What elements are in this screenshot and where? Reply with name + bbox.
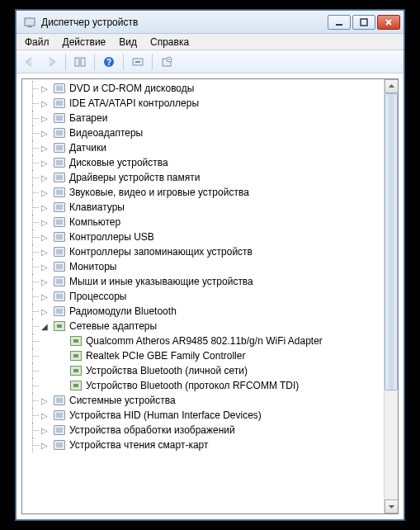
help-button[interactable]: ? <box>99 52 119 72</box>
collapse-icon[interactable]: ◢ <box>39 321 50 332</box>
tree-line <box>27 289 39 304</box>
toolbar-separator <box>123 54 124 70</box>
tree-item[interactable]: ▷Мыши и иные указывающие устройства <box>24 274 383 289</box>
menu-help[interactable]: Справка <box>144 35 196 50</box>
tree-item[interactable]: ▷Батареи <box>24 111 383 125</box>
menubar: Файл Действие Вид Справка <box>17 34 403 50</box>
expand-icon[interactable]: ▷ <box>39 113 50 124</box>
tree-item[interactable]: ▷DVD и CD-ROM дисководы <box>24 81 383 96</box>
expand-icon[interactable]: ▷ <box>39 395 50 406</box>
tree-line <box>27 81 39 96</box>
close-button[interactable] <box>377 15 400 30</box>
expand-icon[interactable]: ▷ <box>39 425 50 436</box>
expand-icon[interactable]: ▷ <box>39 262 50 272</box>
tree-line <box>27 155 39 170</box>
device-tree[interactable]: ▷DVD и CD-ROM дисководы▷IDE ATA/ATAPI ко… <box>24 81 383 512</box>
scan-hardware-button[interactable] <box>128 52 148 72</box>
nic-icon <box>69 379 83 392</box>
show-hidden-button[interactable] <box>70 52 90 72</box>
titlebar[interactable]: Диспетчер устройств <box>17 11 403 34</box>
tree-line <box>27 230 39 244</box>
svg-rect-5 <box>81 58 85 66</box>
tree-line <box>27 244 39 259</box>
tree-item[interactable]: ▷Дисковые устройства <box>24 155 383 170</box>
minimize-button[interactable] <box>328 15 351 30</box>
tree-item[interactable]: ▷Контроллеры USB <box>24 230 383 244</box>
tree-line <box>27 96 39 111</box>
window-title: Диспетчер устройств <box>41 17 328 28</box>
tree-item[interactable]: ▷Радиомодули Bluetooth <box>24 304 383 319</box>
expand-icon[interactable]: ▷ <box>39 83 50 94</box>
expand-icon[interactable]: ▷ <box>39 217 50 228</box>
expand-icon[interactable]: ▷ <box>39 128 50 139</box>
tree-child-item[interactable]: Устройство Bluetooth (протокол RFCOMM TD… <box>24 378 383 393</box>
tree-item[interactable]: ▷Системные устройства <box>24 393 383 408</box>
scroll-thumb[interactable] <box>385 93 398 390</box>
disc-icon <box>53 82 66 95</box>
computer-icon <box>53 215 66 229</box>
maximize-button[interactable] <box>352 15 375 30</box>
toolbar: ? <box>17 50 403 73</box>
tree-item[interactable]: ▷Устройства чтения смарт-карт <box>24 438 383 452</box>
expand-icon[interactable]: ▷ <box>39 98 50 109</box>
tree-line <box>27 334 55 348</box>
scroll-down-button[interactable] <box>385 499 399 513</box>
expand-icon[interactable]: ▷ <box>39 440 50 451</box>
expand-icon[interactable]: ▷ <box>39 173 50 183</box>
tree-item[interactable]: ▷IDE ATA/ATAPI контроллеры <box>24 96 383 111</box>
tree-item[interactable]: ▷Клавиатуры <box>24 200 383 215</box>
expand-icon[interactable]: ▷ <box>39 410 50 421</box>
tree-item[interactable]: ▷Компьютер <box>24 215 383 230</box>
svg-rect-4 <box>75 58 79 66</box>
expand-icon[interactable]: ▷ <box>39 143 50 154</box>
tree-child-item[interactable]: Realtek PCIe GBE Family Controller <box>24 348 383 363</box>
expand-icon[interactable]: ▷ <box>39 202 50 213</box>
menu-view[interactable]: Вид <box>112 35 144 50</box>
scroll-up-button[interactable] <box>385 79 399 93</box>
app-icon <box>23 16 36 29</box>
tree-item[interactable]: ▷Устройства HID (Human Interface Devices… <box>24 408 383 423</box>
nic-icon <box>69 364 83 377</box>
tree-item[interactable]: ▷Датчики <box>24 140 383 155</box>
ide-icon <box>53 97 66 110</box>
expand-icon[interactable]: ▷ <box>39 306 50 317</box>
expand-icon[interactable]: ▷ <box>39 277 50 287</box>
tree-item[interactable]: ▷Драйверы устройств памяти <box>24 170 383 185</box>
tree-item[interactable]: ▷Устройства обработки изображений <box>24 423 383 438</box>
tree-child-item[interactable]: Qualcomm Atheros AR9485 802.11b/g/n WiFi… <box>24 334 383 348</box>
tree-item[interactable]: ▷Процессоры <box>24 289 383 304</box>
svg-rect-0 <box>25 18 35 26</box>
tree-item-label: Системные устройства <box>69 393 176 408</box>
menu-action[interactable]: Действие <box>56 35 113 50</box>
expand-icon[interactable]: ▷ <box>39 247 50 258</box>
tree-child-item[interactable]: Устройства Bluetooth (личной сети) <box>24 363 383 378</box>
tree-leaf-spacer <box>55 381 66 391</box>
tree-item[interactable]: ◢Сетевые адаптеры <box>24 319 383 334</box>
window-controls <box>328 15 400 30</box>
toolbar-separator <box>65 54 66 70</box>
tree-item-label: Датчики <box>69 140 106 155</box>
vertical-scrollbar[interactable] <box>384 79 398 513</box>
bluetooth-icon <box>53 305 66 318</box>
menu-file[interactable]: Файл <box>18 35 56 50</box>
tree-item[interactable]: ▷Звуковые, видео и игровые устройства <box>24 185 383 200</box>
expand-icon[interactable]: ▷ <box>39 291 50 302</box>
battery-icon <box>53 111 66 125</box>
tree-item[interactable]: ▷Видеоадаптеры <box>24 125 383 140</box>
tree-item[interactable]: ▷Контроллеры запоминающих устройств <box>24 244 383 259</box>
tree-item[interactable]: ▷Мониторы <box>24 259 383 274</box>
tree-item-label: IDE ATA/ATAPI контроллеры <box>69 96 199 111</box>
usb-icon <box>53 230 66 244</box>
tree-item-label: Мыши и иные указывающие устройства <box>69 274 253 289</box>
expand-icon[interactable]: ▷ <box>39 232 50 243</box>
nav-forward-button <box>41 52 61 72</box>
tree-line <box>27 111 39 125</box>
smartcard-icon <box>53 438 66 452</box>
expand-icon[interactable]: ▷ <box>39 187 50 198</box>
tree-item-label: Дисковые устройства <box>69 155 168 170</box>
tree-line <box>27 185 39 200</box>
tree-line <box>27 125 39 140</box>
nic-icon <box>69 349 83 362</box>
properties-button[interactable] <box>157 52 177 72</box>
expand-icon[interactable]: ▷ <box>39 158 50 168</box>
